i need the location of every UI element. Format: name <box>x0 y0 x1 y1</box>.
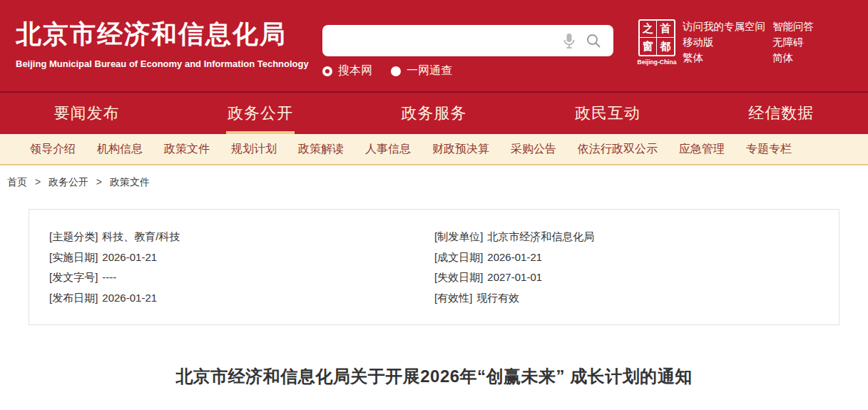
meta-label: [实施日期] <box>49 251 98 263</box>
microphone-icon[interactable] <box>562 33 576 48</box>
subnav-item-policy-documents[interactable]: 政策文件 <box>153 142 220 157</box>
link-smart-qa[interactable]: 智能问答 <box>772 21 814 32</box>
meta-topic-category: [主题分类]科技、教育/科技 <box>49 231 434 242</box>
meta-value: 北京市经济和信息化局 <box>487 230 594 242</box>
site-header: 北京市经济和信息化局 Beijing Municipal Bureau of E… <box>0 0 868 91</box>
search-box <box>322 25 613 56</box>
site-brand: 北京市经济和信息化局 Beijing Municipal Bureau of E… <box>16 17 309 69</box>
subnav-item-personnel[interactable]: 人事信息 <box>354 142 422 157</box>
sub-nav: 领导介绍 机构信息 政策文件 规划计划 政策解读 人事信息 财政预决算 采购公告… <box>0 134 868 165</box>
meta-label: [发文字号] <box>49 271 98 283</box>
search-icon[interactable] <box>586 33 601 48</box>
breadcrumb-policy-documents[interactable]: 政策文件 <box>110 176 150 188</box>
link-traditional-chinese[interactable]: 繁体 <box>683 53 765 63</box>
meta-value: ---- <box>102 271 116 283</box>
meta-label: [发布日期] <box>49 292 98 304</box>
nav-item-gov-services[interactable]: 政务服务 <box>347 93 521 134</box>
link-mobile-version[interactable]: 移动版 <box>683 37 765 48</box>
subnav-item-emergency[interactable]: 应急管理 <box>668 142 735 157</box>
search-scope-site-label: 搜本网 <box>338 63 372 78</box>
nav-item-label: 政务公开 <box>228 103 293 124</box>
breadcrumb-home[interactable]: 首页 <box>7 176 27 188</box>
breadcrumb-gov-disclosure[interactable]: 政务公开 <box>48 176 88 188</box>
subnav-item-admin-disclosure[interactable]: 依法行政双公示 <box>567 142 668 157</box>
breadcrumb-separator: > <box>96 176 102 188</box>
meta-label: [有效性] <box>434 292 472 304</box>
capital-window-logo[interactable]: 之 首 窗 都 Beijing-China <box>637 19 677 66</box>
page: 北京市经济和信息化局 Beijing Municipal Bureau of E… <box>0 0 868 410</box>
capital-window-logo-grid: 之 首 窗 都 <box>638 19 675 56</box>
site-subtitle: Beijing Municipal Bureau of Economy and … <box>16 58 309 69</box>
radio-selected-icon <box>322 66 332 76</box>
document-title: 北京市经济和信息化局关于开展2026年“创赢未来” 成长计划的通知 <box>0 365 868 388</box>
breadcrumb-separator: > <box>35 176 41 188</box>
nav-item-label: 要闻发布 <box>54 103 120 124</box>
subnav-item-org-info[interactable]: 机构信息 <box>86 142 153 157</box>
meta-label: [失效日期] <box>434 271 483 283</box>
meta-expiry-date: [失效日期]2027-01-01 <box>434 272 594 282</box>
nav-item-news[interactable]: 要闻发布 <box>0 93 173 134</box>
meta-value: 2026-01-21 <box>102 251 157 263</box>
link-simplified-chinese[interactable]: 简体 <box>772 53 814 63</box>
meta-implementation-date: [实施日期]2026-01-21 <box>49 252 434 262</box>
subnav-item-procurement[interactable]: 采购公告 <box>500 142 567 157</box>
meta-validity: [有效性]现行有效 <box>434 292 594 303</box>
logo-char: 都 <box>657 38 674 55</box>
main-nav: 要闻发布 政务公开 政务服务 政民互动 经信数据 <box>0 91 868 134</box>
subnav-item-special-columns[interactable]: 专题专栏 <box>735 142 802 157</box>
meta-issuing-agency: [制发单位]北京市经济和信息化局 <box>434 231 594 242</box>
metadata-right-column: [制发单位]北京市经济和信息化局 [成文日期]2026-01-21 [失效日期]… <box>434 231 594 324</box>
nav-item-public-interaction[interactable]: 政民互动 <box>521 93 694 134</box>
meta-publish-date: [发布日期]2026-01-21 <box>49 292 434 303</box>
nav-item-label: 政民互动 <box>575 103 640 124</box>
metadata-left-column: [主题分类]科技、教育/科技 [实施日期]2026-01-21 [发文字号]--… <box>49 231 434 324</box>
meta-value: 2026-01-21 <box>487 251 542 263</box>
nav-item-label: 政务服务 <box>402 103 467 124</box>
breadcrumb: 首页 > 政务公开 > 政策文件 <box>7 176 150 189</box>
radio-icon <box>391 66 401 76</box>
meta-value: 2027-01-01 <box>487 271 542 283</box>
meta-value: 科技、教育/科技 <box>102 230 180 242</box>
search-area: 搜本网 一网通查 <box>322 25 613 78</box>
meta-written-date: [成文日期]2026-01-21 <box>434 252 594 262</box>
logo-caption: Beijing-China <box>637 58 677 66</box>
document-metadata-box: [主题分类]科技、教育/科技 [实施日期]2026-01-21 [发文字号]--… <box>29 209 839 325</box>
search-scope-row: 搜本网 一网通查 <box>322 63 613 78</box>
meta-label: [制发单位] <box>434 230 483 242</box>
nav-item-gov-disclosure[interactable]: 政务公开 <box>173 93 347 134</box>
search-scope-network[interactable]: 一网通查 <box>391 63 452 78</box>
subnav-item-policy-interpretation[interactable]: 政策解读 <box>287 142 354 157</box>
meta-value: 2026-01-21 <box>102 292 157 304</box>
quick-links-column-2: 智能问答 无障碍 简体 <box>772 21 814 68</box>
logo-char: 窗 <box>640 38 657 55</box>
meta-label: [主题分类] <box>49 230 98 242</box>
nav-item-label: 经信数据 <box>748 103 814 124</box>
link-accessibility[interactable]: 无障碍 <box>772 37 814 48</box>
subnav-item-leaders[interactable]: 领导介绍 <box>19 142 86 157</box>
meta-value: 现行有效 <box>476 292 519 304</box>
meta-document-number: [发文字号]---- <box>49 272 434 282</box>
quick-links-column-1: 访问我的专属空间 移动版 繁体 <box>683 21 765 68</box>
site-title: 北京市经济和信息化局 <box>16 17 309 52</box>
nav-item-economic-data[interactable]: 经信数据 <box>695 93 868 134</box>
subnav-item-fiscal-budget[interactable]: 财政预决算 <box>422 142 500 157</box>
search-scope-network-label: 一网通查 <box>407 63 452 78</box>
meta-label: [成文日期] <box>434 251 483 263</box>
logo-char: 之 <box>640 21 657 38</box>
link-my-space[interactable]: 访问我的专属空间 <box>683 21 765 32</box>
logo-char: 首 <box>657 21 674 38</box>
subnav-item-planning[interactable]: 规划计划 <box>220 142 287 157</box>
search-scope-site[interactable]: 搜本网 <box>322 63 372 78</box>
